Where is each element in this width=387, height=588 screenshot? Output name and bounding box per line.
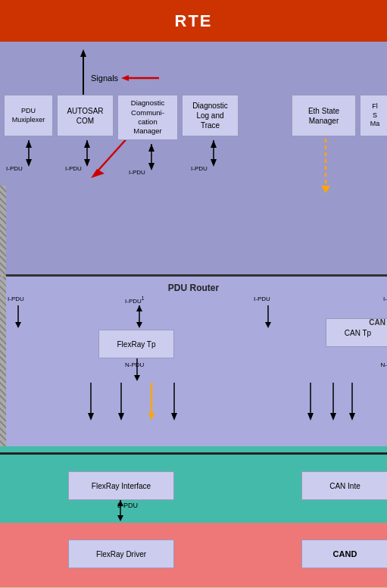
svg-marker-15 (148, 144, 154, 152)
ipdu-top-left: I-PDU (8, 296, 24, 302)
left-stripe-pdu (0, 277, 6, 455)
ipdu1-arrow (135, 305, 144, 328)
svg-marker-46 (117, 500, 123, 506)
ipdu-arrow-left (14, 305, 23, 328)
svg-marker-6 (91, 169, 105, 178)
driver-section: FlexRay Driver CAND (0, 523, 387, 587)
ipdu-label-4: I-PDU (191, 165, 208, 172)
pdu-section: PDU Router I-PDU I-PDU1 FlexRay Tp I-PDU (0, 277, 387, 455)
svg-marker-25 (136, 305, 142, 311)
svg-marker-4 (121, 75, 129, 81)
ipdu-label-2: I-PDU (65, 165, 82, 172)
svg-marker-43 (349, 413, 355, 421)
flexray-tp-box: FlexRay Tp (98, 330, 174, 358)
flexray-driver-box: FlexRay Driver (68, 540, 174, 568)
svg-marker-39 (307, 413, 314, 421)
svg-marker-14 (148, 163, 154, 170)
svg-marker-45 (117, 515, 123, 521)
fl-s-ma-box: FlSMa (360, 95, 387, 136)
signal-label: Signals (91, 74, 118, 83)
svg-marker-1 (80, 49, 86, 57)
ipdu-superscript: I-PDU1 (125, 296, 144, 305)
eth-state-mgr-label: Eth StateManager (308, 106, 339, 126)
svg-marker-24 (136, 322, 142, 328)
page: RTE Signals PDUMuxiplexer (0, 0, 387, 588)
diag-log-trace-label: Diagnostic Log and Trace (192, 101, 228, 130)
flexray-driver-label: FlexRay Driver (96, 549, 146, 559)
pdu-mux-label: PDUMuxiplexer (12, 107, 45, 124)
flexray-iface-down-arrow (116, 500, 125, 521)
teal-strip-top (0, 446, 387, 452)
ipdu-arrow-2 (80, 140, 95, 167)
svg-marker-29 (134, 375, 140, 381)
svg-marker-8 (26, 159, 32, 167)
left-stripe (0, 186, 6, 277)
rte-title: RTE (175, 11, 213, 31)
svg-marker-37 (171, 413, 177, 421)
can-interface-label: CAN Inte (329, 481, 360, 491)
rte-header: RTE (0, 0, 387, 42)
orange-dashed-line (324, 139, 327, 188)
main-section: Signals PDUMuxiplexer AUTOSARCOM Diagnos… (0, 42, 387, 277)
svg-marker-12 (84, 140, 90, 148)
orange-arrow-down (320, 184, 332, 193)
can-driver-label: CAND (333, 549, 357, 559)
svg-marker-31 (88, 413, 94, 421)
ipdu-label-3: I-PDU (129, 169, 145, 176)
svg-marker-27 (265, 322, 271, 328)
can-tp-label: CAN Tp (345, 328, 371, 338)
ipdu-arrow-3 (144, 144, 159, 170)
diag-comm-mgr-label: DiagnosticCommuni-cationManager (131, 99, 164, 136)
flexray-tp-down-arrow (133, 358, 142, 381)
autosar-com-label: AUTOSARCOM (67, 106, 103, 126)
eth-state-mgr-box: Eth StateManager (292, 95, 356, 136)
pdu-router-label: PDU Router (168, 283, 219, 293)
ipdu-arrow-4 (206, 140, 221, 167)
diag-comm-mgr-box: DiagnosticCommuni-cationManager (117, 95, 178, 140)
diag-log-trace-box: Diagnostic Log and Trace (182, 95, 239, 136)
svg-marker-18 (211, 140, 217, 148)
multi-arrows-down (76, 383, 197, 421)
flexray-tp-label: FlexRay Tp (117, 339, 156, 349)
can-arrows-down (295, 383, 371, 421)
svg-line-5 (95, 136, 129, 174)
svg-marker-11 (84, 159, 90, 167)
npdu-right: N- (381, 361, 387, 368)
can-interface-box: CAN Inte (301, 471, 387, 500)
svg-marker-22 (15, 322, 21, 328)
flexray-interface-label: FlexRay Interface (92, 481, 151, 491)
fl-s-ma-label: FlSMa (370, 102, 380, 129)
ipdu-far-right: I- (383, 296, 387, 302)
signal-label-container: Signals (91, 72, 159, 84)
ipdu-right-arrow (264, 305, 273, 328)
interface-section: FlexRay Interface CAN Inte L-PDU (0, 455, 387, 523)
can-driver-box: CAND (301, 540, 387, 568)
ipdu-label-1: I-PDU (6, 165, 23, 172)
can-label: CAN (369, 318, 385, 327)
svg-marker-9 (26, 140, 32, 148)
ipdu-arrow-1 (21, 140, 36, 167)
svg-marker-35 (148, 413, 154, 421)
svg-marker-20 (321, 186, 330, 193)
flexray-interface-box: FlexRay Interface (68, 471, 174, 500)
svg-marker-17 (211, 159, 217, 167)
svg-marker-33 (118, 413, 124, 421)
ipdu-top-right: I-PDU (254, 296, 270, 302)
autosar-com-box: AUTOSARCOM (57, 95, 114, 136)
svg-marker-41 (330, 413, 336, 421)
signal-red-arrow (121, 72, 159, 84)
pdu-mux-box: PDUMuxiplexer (4, 95, 53, 136)
